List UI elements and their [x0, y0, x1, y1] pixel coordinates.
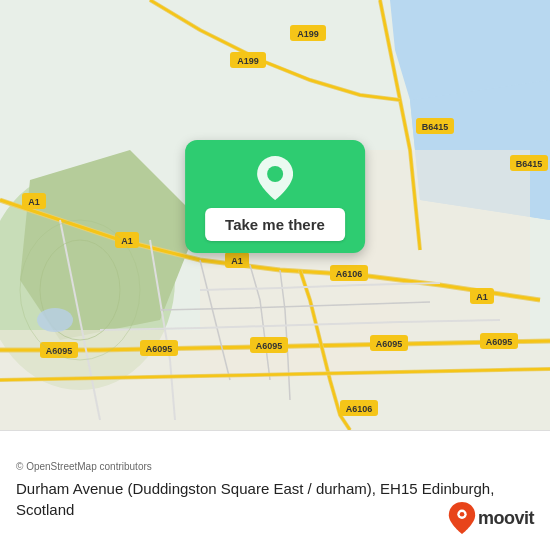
svg-text:A199: A199: [297, 29, 319, 39]
svg-text:A6095: A6095: [256, 341, 283, 351]
map-container: A199 A199 A1 A1 A1 A1 B6415 B6415 A6106 …: [0, 0, 550, 550]
svg-point-42: [37, 308, 73, 332]
moovit-logo: moovit: [448, 502, 534, 534]
moovit-icon: [448, 502, 476, 534]
svg-text:A6095: A6095: [376, 339, 403, 349]
svg-text:A6106: A6106: [346, 404, 373, 414]
svg-text:A1: A1: [231, 256, 243, 266]
svg-point-43: [267, 166, 283, 182]
svg-text:A1: A1: [28, 197, 40, 207]
map-attribution: © OpenStreetMap contributors: [16, 461, 534, 472]
svg-text:A6106: A6106: [336, 269, 363, 279]
bottom-panel: © OpenStreetMap contributors Durham Aven…: [0, 430, 550, 550]
location-pin-icon: [257, 156, 293, 200]
svg-point-45: [460, 512, 465, 517]
button-overlay: Take me there: [185, 140, 365, 253]
take-me-there-button[interactable]: Take me there: [205, 208, 345, 241]
svg-rect-7: [350, 150, 530, 350]
svg-rect-9: [200, 350, 550, 430]
svg-text:A199: A199: [237, 56, 259, 66]
svg-text:B6415: B6415: [422, 122, 449, 132]
svg-text:A1: A1: [476, 292, 488, 302]
svg-text:A6095: A6095: [146, 344, 173, 354]
svg-text:B6415: B6415: [516, 159, 543, 169]
green-card: Take me there: [185, 140, 365, 253]
svg-text:A6095: A6095: [486, 337, 513, 347]
moovit-brand-text: moovit: [478, 508, 534, 529]
